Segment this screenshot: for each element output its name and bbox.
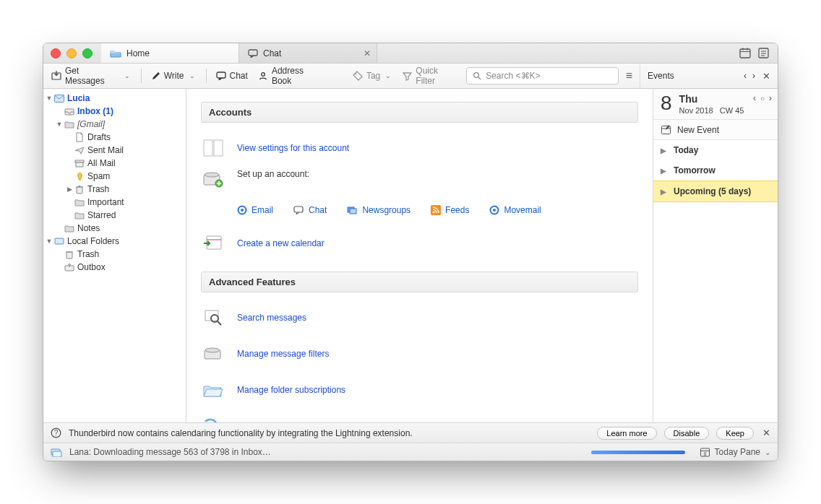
- disclosure-triangle-icon[interactable]: ▼: [45, 238, 53, 245]
- toolbar-separator: [141, 69, 142, 83]
- setup-options: Email Chat Newsgroups Feeds Movemail: [201, 205, 638, 215]
- calendar-tab-icon[interactable]: [739, 48, 751, 58]
- window-controls: [43, 43, 101, 63]
- learn-more-button[interactable]: Learn more: [597, 427, 656, 440]
- chevron-down-icon[interactable]: ⌄: [123, 72, 132, 79]
- events-next-button[interactable]: ›: [752, 71, 755, 81]
- svg-rect-35: [350, 209, 356, 214]
- svg-point-46: [205, 348, 220, 352]
- toolbar-separator: [206, 69, 207, 83]
- date-next-button[interactable]: ›: [769, 93, 772, 103]
- drafts-row[interactable]: Drafts: [43, 131, 186, 144]
- account-row[interactable]: ▼ Lucia: [43, 92, 186, 105]
- tomorrow-group[interactable]: ▶Tomorrow: [653, 160, 778, 181]
- chevron-down-icon[interactable]: ⌄: [384, 72, 392, 79]
- events-prev-button[interactable]: ‹: [744, 71, 747, 81]
- local-folders-row[interactable]: ▼ Local Folders: [43, 235, 186, 248]
- setup-email[interactable]: Email: [237, 205, 273, 215]
- minimize-window-button[interactable]: [66, 48, 77, 58]
- all-mail-row[interactable]: All Mail: [43, 157, 186, 170]
- tab-home[interactable]: Home: [101, 43, 239, 63]
- outbox-row[interactable]: Outbox: [43, 261, 186, 274]
- sent-mail-row[interactable]: Sent Mail: [43, 144, 186, 157]
- search-messages-row[interactable]: Search messages: [201, 300, 638, 336]
- quick-filter-button[interactable]: Quick Filter: [399, 64, 462, 88]
- today-group[interactable]: ▶Today: [653, 140, 778, 160]
- tag-icon: [353, 71, 363, 81]
- close-window-button[interactable]: [51, 48, 61, 58]
- keep-button[interactable]: Keep: [716, 427, 754, 440]
- activity-icon: [51, 448, 62, 457]
- setup-feeds[interactable]: Feeds: [431, 205, 469, 215]
- disclosure-triangle-icon[interactable]: ▼: [55, 121, 64, 128]
- folder-subs-row[interactable]: Manage folder subscriptions: [201, 372, 638, 408]
- setup-movemail[interactable]: Movemail: [489, 205, 541, 215]
- view-settings-row[interactable]: View settings for this account: [201, 130, 638, 166]
- setup-account-row: Set up an account:: [201, 166, 638, 202]
- disable-button[interactable]: Disable: [664, 427, 710, 440]
- svg-point-11: [262, 73, 265, 77]
- date-prev-button[interactable]: ‹: [753, 93, 756, 103]
- starred-row[interactable]: Starred: [43, 209, 186, 222]
- disclosure-triangle-icon: ▶: [661, 167, 666, 175]
- write-button[interactable]: Write ⌄: [147, 69, 200, 83]
- zoom-window-button[interactable]: [82, 48, 93, 58]
- notification-close-button[interactable]: ✕: [762, 427, 770, 438]
- date-today-button[interactable]: ○: [760, 95, 765, 103]
- notes-row[interactable]: Notes: [43, 222, 186, 235]
- manage-filters-row[interactable]: Manage message filters: [201, 336, 638, 372]
- tasks-tab-icon[interactable]: [758, 48, 769, 58]
- events-close-button[interactable]: ✕: [762, 71, 770, 82]
- tree-label: All Mail: [87, 158, 116, 168]
- main-toolbar: Get Messages ⌄ Write ⌄ Chat Address Book: [43, 64, 778, 89]
- advanced-section-header: Advanced Features: [201, 271, 638, 292]
- feeds-icon: [431, 205, 441, 215]
- new-event-button[interactable]: New Event: [653, 120, 778, 140]
- setup-chat[interactable]: Chat: [293, 205, 327, 215]
- svg-text:8: 8: [703, 451, 706, 456]
- date-nav: ‹ ○ ›: [753, 93, 772, 103]
- disclosure-triangle-icon[interactable]: ▶: [65, 186, 74, 193]
- offline-settings-row[interactable]: Offline settings: [201, 408, 638, 422]
- trash-row[interactable]: ▶Trash: [43, 183, 186, 196]
- mail-account-icon: [53, 95, 65, 103]
- svg-point-39: [493, 209, 496, 212]
- tree-label: Spam: [87, 171, 110, 181]
- archive-icon: [74, 160, 85, 168]
- tree-label: Lucia: [67, 93, 90, 103]
- today-pane-toggle[interactable]: 8 Today Pane ⌄: [700, 447, 770, 457]
- create-calendar-row[interactable]: Create a new calendar: [201, 225, 638, 261]
- app-body: ▼ Lucia Inbox (1) ▼ [Gmail] Drafts Sent …: [43, 89, 778, 422]
- local-trash-row[interactable]: Trash: [43, 248, 186, 261]
- chevron-down-icon[interactable]: ⌄: [188, 72, 197, 79]
- chat-button[interactable]: Chat: [212, 69, 252, 83]
- outbox-icon: [64, 264, 75, 271]
- setup-newsgroups[interactable]: Newsgroups: [347, 205, 410, 215]
- svg-rect-0: [249, 50, 257, 56]
- app-menu-button[interactable]: ≡: [626, 69, 632, 82]
- tag-button[interactable]: Tag ⌄: [349, 69, 396, 83]
- trash-icon: [74, 185, 85, 194]
- get-messages-button[interactable]: Get Messages ⌄: [48, 64, 135, 88]
- important-row[interactable]: Important: [43, 196, 186, 209]
- address-book-button[interactable]: Address Book: [254, 64, 328, 88]
- svg-line-44: [218, 321, 221, 325]
- search-messages-icon: [201, 308, 225, 328]
- spam-row[interactable]: Spam: [43, 170, 186, 183]
- gmail-folder-row[interactable]: ▼ [Gmail]: [43, 118, 186, 131]
- filters-icon: [201, 344, 225, 364]
- tree-label: Inbox (1): [77, 106, 113, 116]
- upcoming-group[interactable]: ▶Upcoming (5 days): [653, 181, 778, 202]
- tree-label: Local Folders: [67, 236, 119, 246]
- search-input[interactable]: Search <⌘K>: [466, 67, 619, 84]
- inbox-row[interactable]: Inbox (1): [43, 105, 186, 118]
- option-label: Manage message filters: [237, 349, 329, 359]
- notification-text: Thunderbird now contains calendaring fun…: [69, 428, 413, 438]
- account-settings-icon: [201, 138, 225, 158]
- disclosure-triangle-icon[interactable]: ▼: [45, 95, 53, 102]
- tab-close-button[interactable]: ✕: [364, 48, 371, 58]
- tree-label: Trash: [87, 184, 109, 194]
- tab-chat[interactable]: Chat ✕: [239, 43, 377, 63]
- junk-icon: [74, 172, 85, 181]
- chat-icon: [216, 71, 226, 80]
